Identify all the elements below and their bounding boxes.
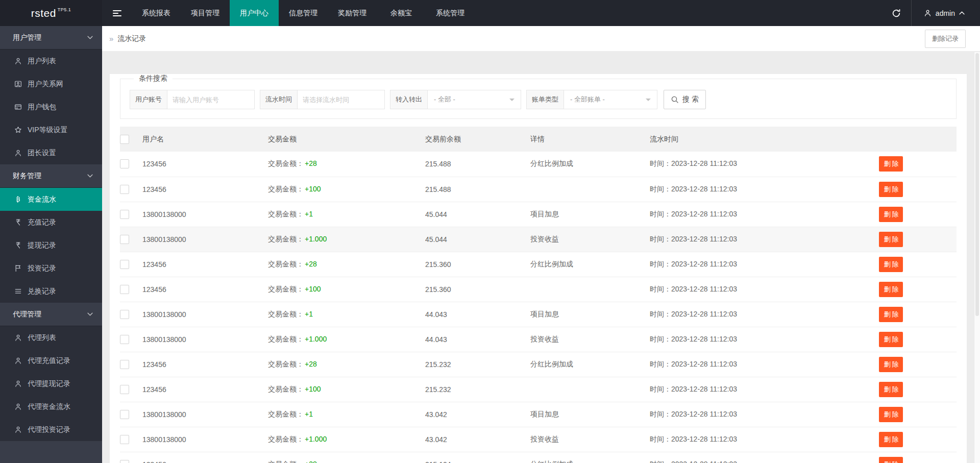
sidebar-item[interactable]: VIP等级设置 (0, 118, 102, 141)
row-checkbox[interactable] (120, 460, 129, 463)
action-cell: 删除 (847, 177, 957, 202)
row-checkbox[interactable] (120, 335, 129, 344)
username-cell: 13800138000 (142, 427, 268, 452)
user-icon (14, 333, 22, 342)
sidebar-item[interactable]: 团长设置 (0, 141, 102, 164)
row-checkbox[interactable] (120, 260, 129, 269)
amount-cell: 交易金额：+100 (268, 277, 425, 302)
sidebar-item[interactable]: 代理提现记录 (0, 372, 102, 395)
sidebar-item-label: 团长设置 (28, 149, 56, 158)
select-all-checkbox[interactable] (120, 135, 129, 144)
nav-tab[interactable]: 系统管理 (426, 0, 475, 26)
row-checkbox[interactable] (120, 285, 129, 294)
sidebar-item[interactable]: 用户列表 (0, 50, 102, 72)
sidebar-item[interactable]: 代理投资记录 (0, 418, 102, 441)
nav-tab[interactable]: 系统报表 (132, 0, 181, 26)
delete-button[interactable]: 删除 (879, 182, 903, 197)
delete-records-button[interactable]: 删除记录 (925, 30, 966, 48)
sidebar-item[interactable]: 代理资金流水 (0, 395, 102, 418)
bill-type-value: - 全部账单 - (570, 95, 605, 104)
search-panel-legend: 条件搜索 (134, 74, 173, 83)
logo[interactable]: rstedTP5.1 (0, 0, 102, 26)
row-checkbox[interactable] (120, 385, 129, 394)
row-checkbox[interactable] (120, 410, 129, 419)
nav-tab[interactable]: 项目管理 (181, 0, 230, 26)
sidebar-section-label: 财务管理 (13, 172, 41, 181)
sidebar-item[interactable]: 充值记录 (0, 211, 102, 234)
menu-toggle-button[interactable] (102, 0, 132, 26)
nav-tab[interactable]: 奖励管理 (328, 0, 377, 26)
sidebar-item[interactable]: 兑换记录 (0, 280, 102, 303)
amount-cell: 交易金额：+1 (268, 402, 425, 427)
sidebar-item[interactable]: 用户钱包 (0, 95, 102, 118)
search-button[interactable]: 搜 索 (664, 90, 706, 109)
delete-button[interactable]: 删除 (879, 307, 903, 322)
delete-button[interactable]: 删除 (879, 407, 903, 422)
nav-tab[interactable]: 余额宝 (377, 0, 426, 26)
table-body: 123456交易金额：+28215.488分红比例加成时间：2023-12-28… (120, 152, 957, 463)
nav-tab[interactable]: 信息管理 (279, 0, 328, 26)
sidebar-section-header[interactable]: 用户管理 (0, 26, 102, 49)
action-cell: 删除 (847, 452, 957, 463)
refresh-button[interactable] (881, 0, 911, 26)
bill-type-label: 账单类型 (526, 90, 564, 109)
wallet-icon (14, 103, 22, 111)
user-frame-icon (14, 80, 22, 88)
row-checkbox[interactable] (120, 235, 129, 244)
delete-button[interactable]: 删除 (879, 156, 903, 172)
flow-time-input[interactable] (297, 90, 385, 109)
delete-button[interactable]: 删除 (879, 232, 903, 247)
sidebar-item[interactable]: 代理列表 (0, 326, 102, 349)
delete-button[interactable]: 删除 (879, 382, 903, 397)
caret-down-icon (509, 99, 514, 104)
amount-cell: 交易金额：+100 (268, 177, 425, 202)
col-header-time: 流水时间 (650, 127, 847, 152)
transfer-type-value: - 全部 - (434, 95, 455, 104)
action-cell: 删除 (847, 152, 957, 177)
sidebar-section-header[interactable]: 财务管理 (0, 164, 102, 187)
user-menu[interactable]: admin (912, 0, 980, 26)
delete-button[interactable]: 删除 (879, 432, 903, 447)
scrollbar[interactable] (974, 52, 980, 463)
amount-cell: 交易金额：+28 (268, 452, 425, 463)
delete-button[interactable]: 删除 (879, 332, 903, 347)
sidebar-item[interactable]: 提现记录 (0, 234, 102, 257)
sidebar-section-header[interactable]: 代理管理 (0, 303, 102, 326)
balance-cell: 215.360 (425, 277, 530, 302)
row-checkbox[interactable] (120, 159, 129, 168)
bill-type-select[interactable]: - 全部账单 - (564, 90, 657, 109)
table-row: 13800138000交易金额：+144.043项目加息时间：2023-12-2… (120, 302, 957, 327)
delete-button[interactable]: 删除 (879, 357, 903, 372)
sidebar: 用户管理用户列表用户关系网用户钱包VIP等级设置团长设置财务管理资金流水充值记录… (0, 26, 102, 463)
user-icon (14, 57, 22, 65)
col-header-balance: 交易前余额 (425, 127, 530, 152)
user-account-input[interactable] (167, 90, 255, 109)
sidebar-item-label: 代理提现记录 (28, 379, 70, 388)
username-cell: 123456 (142, 352, 268, 377)
search-button-label: 搜 索 (682, 95, 699, 104)
sidebar-item[interactable]: 用户关系网 (0, 72, 102, 95)
sidebar-item[interactable]: 资金流水 (0, 188, 102, 211)
delete-button[interactable]: 删除 (879, 257, 903, 272)
transfer-type-select[interactable]: - 全部 - (427, 90, 521, 109)
main-area: » 流水记录 删除记录 条件搜索 用户账号 流水时间 转入转出 (102, 26, 980, 463)
scrollbar-thumb[interactable] (975, 53, 979, 316)
sidebar-item[interactable]: 投资记录 (0, 257, 102, 280)
sidebar-item-label: 代理充值记录 (28, 356, 70, 365)
delete-button[interactable]: 删除 (879, 457, 903, 463)
nav-tab[interactable]: 用户中心 (230, 0, 279, 26)
time-cell: 时间：2023-12-28 11:12:03 (650, 252, 847, 277)
topbar: rstedTP5.1 系统报表项目管理用户中心信息管理奖励管理余额宝系统管理 a… (0, 0, 980, 26)
row-checkbox[interactable] (120, 185, 129, 194)
row-checkbox[interactable] (120, 310, 129, 319)
star-icon (14, 126, 22, 134)
sidebar-item[interactable]: 代理充值记录 (0, 349, 102, 372)
username-cell: 13800138000 (142, 202, 268, 227)
delete-button[interactable]: 删除 (879, 207, 903, 222)
row-checkbox[interactable] (120, 360, 129, 369)
table-row: 13800138000交易金额：+145.044项目加息时间：2023-12-2… (120, 202, 957, 227)
delete-button[interactable]: 删除 (879, 282, 903, 297)
row-checkbox[interactable] (120, 210, 129, 219)
row-checkbox[interactable] (120, 435, 129, 444)
search-icon (671, 95, 679, 104)
